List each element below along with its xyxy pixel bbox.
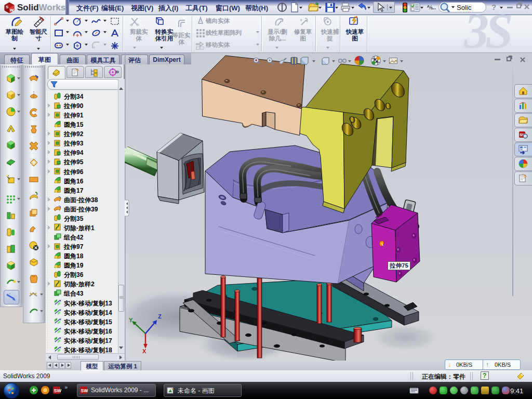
svg-text:SW: SW [54,388,62,393]
svg-text:+: + [300,18,302,23]
svg-text:X: X [142,348,147,353]
svg-text:W: W [10,8,14,12]
svg-text:Z: Z [158,313,162,320]
svg-text:SW: SW [81,388,88,393]
svg-text:S: S [6,5,9,9]
svg-text:Y: Y [129,317,133,323]
